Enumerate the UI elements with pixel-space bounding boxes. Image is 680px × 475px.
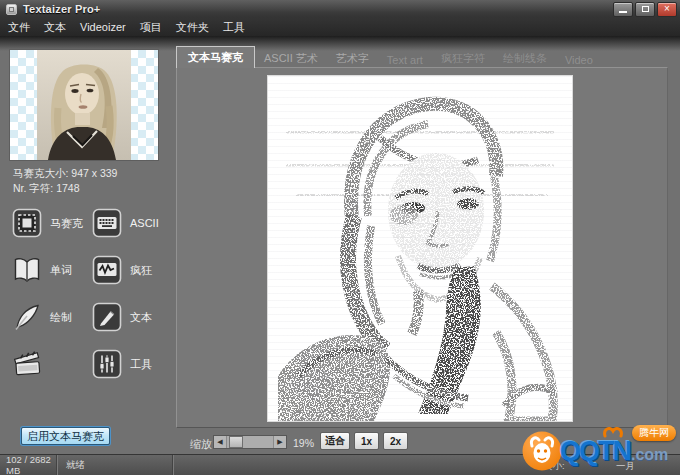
zoom-percent-value: 19%	[293, 437, 314, 449]
tab-video[interactable]: Video	[556, 51, 602, 68]
source-image-thumbnail	[10, 50, 158, 160]
feather-icon	[12, 302, 42, 332]
tab-crazy-chars[interactable]: 疯狂字符	[432, 48, 494, 68]
tab-bar: 文本马赛克 ASCII 艺术 艺术字 Text art 疯狂字符 绘制线条 Vi…	[176, 50, 602, 68]
menu-folder[interactable]: 文件夹	[176, 20, 209, 35]
tab-ascii-art[interactable]: ASCII 艺术	[255, 48, 327, 68]
zoom-fit-button[interactable]: 适合	[320, 432, 350, 450]
tool-words-label: 单词	[50, 263, 72, 278]
window-title: Textaizer Pro+	[23, 3, 101, 15]
clapperboard-icon	[12, 349, 42, 379]
enable-text-mosaic-button[interactable]: 启用文本马赛克	[21, 427, 110, 445]
char-count-label: Nr. 字符: 1748	[13, 182, 80, 196]
maximize-button[interactable]	[635, 2, 655, 17]
minimize-button[interactable]	[613, 2, 633, 17]
menu-file[interactable]: 文件	[8, 20, 30, 35]
zoom-1x-button[interactable]: 1x	[354, 432, 379, 450]
tool-draw-button[interactable]: 绘制	[12, 300, 92, 334]
close-button[interactable]: ×	[657, 2, 677, 17]
portrait-thumbnail-image	[10, 50, 158, 160]
tool-panel: 马赛克 ASCII	[12, 206, 170, 381]
zoom-2x-button[interactable]: 2x	[383, 432, 408, 450]
tool-draw-label: 绘制	[50, 310, 72, 325]
zoom-arrow-right-icon[interactable]: ▶	[273, 436, 286, 448]
tab-text-mosaic[interactable]: 文本马赛克	[176, 46, 255, 68]
book-icon	[12, 255, 42, 285]
watermark-site-badge: 腾牛网	[632, 425, 676, 441]
mosaic-size-label: 马赛克大小: 947 x 339	[13, 167, 117, 181]
sliders-icon	[92, 349, 122, 379]
zoom-slider[interactable]: ◀ ▶	[213, 435, 287, 449]
tool-words-button[interactable]: 单词	[12, 253, 92, 287]
watermark-tld-text: .com	[631, 446, 668, 464]
menu-videoizer[interactable]: Videoizer	[80, 21, 126, 33]
watermark-brand-text: QQTN	[560, 436, 630, 467]
tool-ascii-button[interactable]: ASCII	[92, 206, 170, 240]
tool-text-button[interactable]: 文本	[92, 300, 170, 334]
mosaic-render	[268, 76, 572, 421]
zoom-arrow-left-icon[interactable]: ◀	[214, 436, 227, 448]
menu-bar: 文件 文本 Videoizer 项目 文件夹 工具	[0, 18, 680, 36]
close-icon: ×	[664, 4, 670, 14]
tab-word-art[interactable]: 艺术字	[327, 48, 378, 68]
textaizer-window: Textaizer Pro+ × 文件 文本 Videoizer 项目 文件夹 …	[0, 0, 680, 475]
memory-usage-status: 102 / 2682 MB	[0, 455, 57, 475]
keyboard-icon	[92, 208, 122, 238]
tool-ascii-label: ASCII	[130, 217, 159, 229]
qqtn-watermark: QQTN .com 腾牛网	[518, 424, 678, 474]
menu-project[interactable]: 项目	[140, 20, 162, 35]
pencil-icon	[92, 302, 122, 332]
waveform-screen-icon	[92, 255, 122, 285]
title-bar: Textaizer Pro+ ×	[0, 0, 680, 18]
tool-crazy-label: 疯狂	[130, 263, 152, 278]
stamp-icon	[12, 208, 42, 238]
tool-video-button[interactable]	[12, 347, 92, 381]
tab-draw-lines[interactable]: 绘制线条	[494, 48, 556, 68]
menu-tools[interactable]: 工具	[223, 20, 245, 35]
text-mosaic-preview	[268, 76, 572, 421]
ready-status: 就绪	[57, 455, 173, 475]
zoom-label: 缩放	[190, 437, 212, 452]
tool-text-label: 文本	[130, 310, 152, 325]
maximize-icon	[642, 6, 649, 12]
tool-crazy-button[interactable]: 疯狂	[92, 253, 170, 287]
ox-logo-icon	[522, 431, 562, 471]
zoom-slider-thumb[interactable]	[229, 436, 243, 448]
tool-mosaic-label: 马赛克	[50, 216, 83, 231]
tab-text-art[interactable]: Text art	[378, 51, 432, 68]
tool-tools-button[interactable]: 工具	[92, 347, 170, 381]
menu-text[interactable]: 文本	[44, 20, 66, 35]
tool-mosaic-button[interactable]: 马赛克	[12, 206, 92, 240]
minimize-icon	[619, 11, 627, 13]
app-icon	[6, 4, 17, 15]
tool-tools-label: 工具	[130, 357, 152, 372]
preview-canvas	[176, 67, 668, 428]
